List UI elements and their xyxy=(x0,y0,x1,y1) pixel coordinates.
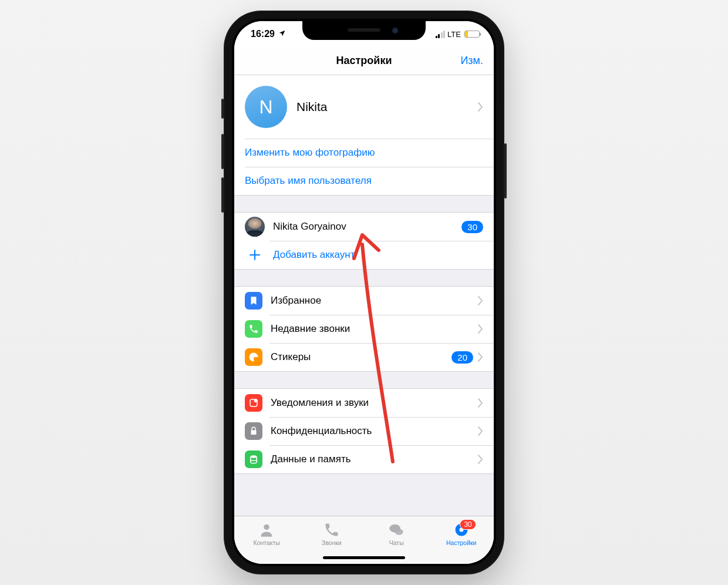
svg-point-3 xyxy=(264,524,269,529)
chevron-right-icon xyxy=(478,296,483,305)
bell-icon xyxy=(245,394,262,412)
plus-icon xyxy=(245,245,265,265)
mute-switch xyxy=(221,99,224,119)
notch xyxy=(302,21,426,40)
sticker-icon xyxy=(245,348,262,366)
edit-button[interactable]: Изм. xyxy=(460,55,483,67)
phone-icon xyxy=(245,320,262,338)
tab-calls[interactable]: Звонки xyxy=(299,516,365,551)
chevron-right-icon xyxy=(478,352,483,362)
chevron-right-icon xyxy=(478,426,483,436)
settings-badge: 30 xyxy=(460,519,476,530)
stickers-row[interactable]: Стикеры 20 xyxy=(234,343,494,371)
svg-point-2 xyxy=(251,455,257,458)
screen: 16:29 LTE Настройки Изм. xyxy=(234,21,494,564)
change-photo-link[interactable]: Изменить мою фотографию xyxy=(234,139,494,167)
page-title: Настройки xyxy=(336,55,392,67)
tab-label: Настройки xyxy=(446,539,477,546)
privacy-row[interactable]: Конфиденциальность xyxy=(234,417,494,445)
tab-contacts[interactable]: Контакты xyxy=(234,516,299,551)
contacts-icon xyxy=(258,522,275,538)
tab-chats[interactable]: Чаты xyxy=(364,516,429,551)
data-storage-row[interactable]: Данные и память xyxy=(234,445,494,473)
location-icon xyxy=(278,29,286,39)
row-label: Уведомления и звуки xyxy=(271,397,369,409)
account-row[interactable]: Nikita Goryainov 30 xyxy=(234,213,494,241)
power-button xyxy=(504,143,507,199)
add-account-row[interactable]: Добавить аккаунт xyxy=(234,241,494,269)
row-label: Избранное xyxy=(271,295,321,307)
chevron-right-icon xyxy=(478,398,483,408)
stickers-badge: 20 xyxy=(451,351,473,364)
lock-icon xyxy=(245,422,262,440)
carrier-label: LTE xyxy=(447,30,461,39)
account-name: Nikita Goryainov xyxy=(273,221,346,233)
avatar: N xyxy=(245,86,287,128)
notifications-row[interactable]: Уведомления и звуки xyxy=(234,389,494,417)
signal-icon xyxy=(436,31,446,38)
chats-icon xyxy=(387,522,405,538)
svg-point-1 xyxy=(254,399,258,402)
link-label: Изменить мою фотографию xyxy=(245,147,375,159)
profile-row[interactable]: N Nikita xyxy=(234,75,494,139)
battery-icon xyxy=(464,31,480,38)
add-account-label: Добавить аккаунт xyxy=(273,249,355,261)
home-indicator[interactable] xyxy=(323,556,405,559)
chevron-right-icon xyxy=(478,102,483,112)
avatar-initial: N xyxy=(259,96,272,118)
svg-point-5 xyxy=(395,529,403,535)
choose-username-link[interactable]: Выбрать имя пользователя xyxy=(234,167,494,195)
chevron-right-icon xyxy=(478,324,483,334)
settings-scroll[interactable]: N Nikita Изменить мою фотографию Выбрать… xyxy=(234,75,494,516)
row-label: Конфиденциальность xyxy=(271,425,372,437)
tab-settings[interactable]: 30 Настройки xyxy=(429,516,494,551)
favorites-row[interactable]: Избранное xyxy=(234,287,494,315)
profile-name: Nikita xyxy=(296,100,328,114)
tab-label: Контакты xyxy=(254,539,280,546)
link-label: Выбрать имя пользователя xyxy=(245,175,372,187)
row-label: Недавние звонки xyxy=(271,323,350,335)
tab-label: Звонки xyxy=(322,539,342,546)
recent-calls-row[interactable]: Недавние звонки xyxy=(234,315,494,343)
nav-bar: Настройки Изм. xyxy=(234,47,494,75)
row-label: Данные и память xyxy=(271,453,351,465)
row-label: Стикеры xyxy=(271,351,311,363)
volume-down-button xyxy=(221,177,224,213)
bookmark-icon xyxy=(245,292,262,310)
chevron-right-icon xyxy=(478,455,483,464)
calls-icon xyxy=(323,522,341,538)
tab-label: Чаты xyxy=(389,539,404,546)
database-icon xyxy=(245,450,262,468)
settings-icon: 30 xyxy=(453,522,470,538)
status-time: 16:29 xyxy=(251,29,275,39)
phone-frame: 16:29 LTE Настройки Изм. xyxy=(224,11,504,574)
volume-up-button xyxy=(221,134,224,169)
account-badge: 30 xyxy=(461,221,483,233)
account-avatar xyxy=(245,217,265,237)
